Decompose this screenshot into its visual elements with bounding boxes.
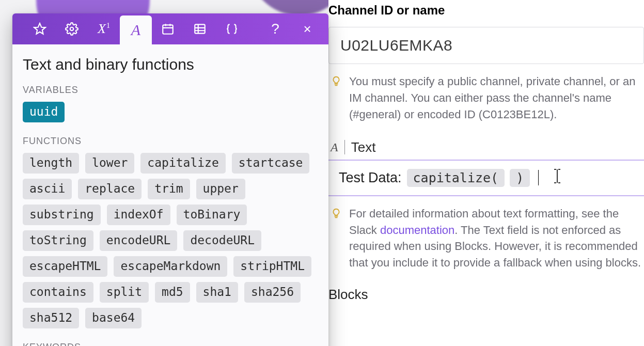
function-pill-split[interactable]: split bbox=[100, 282, 149, 303]
help-icon: ? bbox=[271, 21, 279, 37]
tab-date[interactable] bbox=[152, 13, 184, 44]
function-pill-stripHTML[interactable]: stripHTML bbox=[233, 256, 311, 277]
tab-settings[interactable] bbox=[56, 13, 88, 44]
function-pill-toString[interactable]: toString bbox=[23, 230, 93, 251]
function-pill-lower[interactable]: lower bbox=[85, 153, 134, 174]
tab-close[interactable]: × bbox=[291, 13, 323, 44]
functions-list: lengthlowercapitalizestartcaseasciirepla… bbox=[23, 153, 318, 328]
tab-help[interactable]: ? bbox=[259, 13, 291, 44]
variables-group-label: VARIABLES bbox=[23, 85, 318, 96]
text-header: A Text bbox=[328, 137, 644, 160]
channel-hint-text: You must specify a public channel, priva… bbox=[349, 73, 644, 123]
keywords-group-label: KEYWORDS bbox=[23, 342, 318, 346]
function-pill-sha1[interactable]: sha1 bbox=[196, 282, 238, 303]
channel-label: Channel ID or name bbox=[328, 0, 644, 23]
text-hint-body: For detailed information about text form… bbox=[349, 206, 644, 272]
svg-rect-2 bbox=[163, 25, 173, 34]
function-pill-contains[interactable]: contains bbox=[23, 282, 93, 303]
channel-hint: You must specify a public channel, priva… bbox=[328, 64, 644, 123]
braces-icon bbox=[225, 22, 239, 36]
text-input-prefix: Test Data: bbox=[339, 170, 402, 186]
lightbulb-icon bbox=[331, 208, 342, 219]
tab-text[interactable]: A bbox=[120, 15, 152, 44]
text-section: A Text Test Data: capitalize( ) For deta… bbox=[328, 137, 644, 308]
text-input[interactable]: Test Data: capitalize( ) bbox=[328, 160, 644, 196]
star-icon bbox=[33, 22, 46, 36]
svg-point-1 bbox=[70, 27, 74, 31]
variable-pill-uuid[interactable]: uuid bbox=[23, 102, 65, 122]
function-pill-escapeMarkdown[interactable]: escapeMarkdown bbox=[114, 256, 227, 277]
math-icon: X1 bbox=[98, 21, 110, 37]
function-token-close[interactable]: ) bbox=[510, 169, 530, 187]
function-pill-length[interactable]: length bbox=[23, 153, 79, 174]
variables-list: uuid bbox=[23, 102, 318, 122]
text-header-label: Text bbox=[351, 139, 376, 155]
blocks-label: Blocks bbox=[328, 271, 644, 308]
function-token-open[interactable]: capitalize( bbox=[407, 169, 505, 187]
function-popover: X1 A ? × Text and binary functions VARIA… bbox=[12, 13, 328, 346]
popover-body: Text and binary functions VARIABLES uuid… bbox=[12, 44, 328, 346]
function-pill-upper[interactable]: upper bbox=[196, 179, 245, 199]
function-pill-substring[interactable]: substring bbox=[23, 205, 101, 225]
text-hint: For detailed information about text form… bbox=[328, 196, 644, 272]
function-pill-sha512[interactable]: sha512 bbox=[23, 308, 79, 328]
divider bbox=[344, 140, 345, 154]
function-pill-ascii[interactable]: ascii bbox=[23, 179, 72, 199]
functions-group-label: FUNCTIONS bbox=[23, 136, 318, 147]
function-pill-startcase[interactable]: startcase bbox=[232, 153, 310, 174]
function-pill-escapeHTML[interactable]: escapeHTML bbox=[23, 256, 107, 277]
function-pill-encodeURL[interactable]: encodeURL bbox=[100, 230, 178, 251]
popover-tabs: X1 A ? × bbox=[12, 13, 328, 44]
function-pill-indexOf[interactable]: indexOf bbox=[107, 205, 170, 225]
popover-title: Text and binary functions bbox=[23, 56, 318, 73]
documentation-link[interactable]: documentation bbox=[380, 224, 454, 237]
close-icon: × bbox=[303, 21, 311, 37]
tab-array[interactable] bbox=[184, 13, 216, 44]
function-pill-replace[interactable]: replace bbox=[78, 179, 142, 199]
svg-rect-3 bbox=[195, 24, 205, 33]
form-pane: Channel ID or name You must specify a pu… bbox=[328, 0, 644, 346]
svg-marker-0 bbox=[34, 23, 45, 34]
function-pill-toBinary[interactable]: toBinary bbox=[177, 205, 247, 225]
lightbulb-icon bbox=[331, 75, 342, 87]
function-pill-trim[interactable]: trim bbox=[148, 179, 190, 199]
tab-favorites[interactable] bbox=[24, 13, 56, 44]
channel-input[interactable] bbox=[340, 37, 632, 54]
function-pill-md5[interactable]: md5 bbox=[155, 282, 190, 303]
tab-math[interactable]: X1 bbox=[88, 13, 120, 44]
ibeam-cursor-icon bbox=[552, 168, 562, 188]
text-caret bbox=[538, 170, 539, 185]
function-pill-sha256[interactable]: sha256 bbox=[244, 282, 301, 303]
gear-icon bbox=[65, 22, 78, 36]
function-pill-decodeURL[interactable]: decodeURL bbox=[183, 230, 261, 251]
function-pill-base64[interactable]: base64 bbox=[85, 308, 142, 328]
calendar-icon bbox=[161, 22, 175, 36]
text-type-icon: A bbox=[331, 140, 338, 154]
function-pill-capitalize[interactable]: capitalize bbox=[140, 153, 225, 174]
table-icon bbox=[193, 22, 207, 36]
channel-input-wrap[interactable] bbox=[328, 27, 644, 64]
tab-json[interactable] bbox=[216, 13, 248, 44]
text-icon: A bbox=[131, 21, 140, 39]
